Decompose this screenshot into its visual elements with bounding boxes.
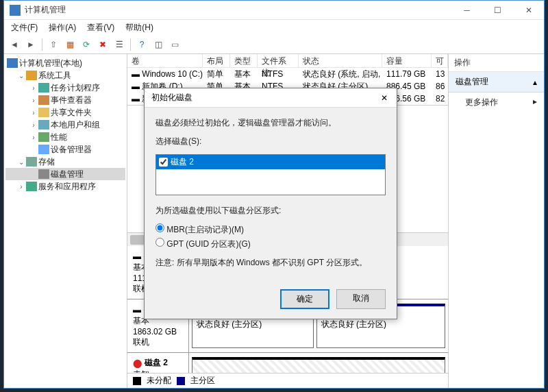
partition-style-label: 为所选磁盘使用以下磁盘分区形式: [155, 205, 386, 217]
partition-unallocated[interactable] [192, 357, 445, 373]
maximize-button[interactable]: ☐ [482, 1, 513, 20]
watermark-text: 什么值得买 [495, 369, 536, 380]
menu-action[interactable]: 操作(A) [43, 21, 82, 35]
separator [130, 38, 131, 51]
dialog-title: 初始化磁盘 [151, 92, 192, 103]
tree-systools[interactable]: ⌄系统工具 [5, 69, 125, 82]
actions-section[interactable]: 磁盘管理▴ [449, 72, 544, 93]
tree-shared[interactable]: ›共享文件夹 [5, 106, 125, 119]
tree-perf[interactable]: ›性能 [5, 131, 125, 143]
volume-row[interactable]: ▬ Windows 10 (C:)简单基本NTFS状态良好 (系统, 启动, 页… [127, 68, 448, 80]
tree-storage[interactable]: ⌄存储 [5, 156, 125, 168]
properties-icon[interactable]: ▦ [62, 37, 77, 52]
col-layout[interactable]: 布局 [203, 54, 230, 67]
back-icon[interactable]: ◄ [7, 37, 22, 52]
chevron-right-icon: ▸ [533, 97, 537, 108]
refresh-icon[interactable]: ⟳ [79, 37, 94, 52]
tree-scheduler[interactable]: ›任务计划程序 [5, 82, 125, 94]
disk-list-item[interactable]: 磁盘 2 [156, 155, 385, 169]
menu-view[interactable]: 查看(V) [82, 21, 120, 35]
watermark: 值 什么值得买 [471, 365, 536, 384]
partition-style-radios: MBR(主启动记录)(M) GPT (GUID 分区表)(G) [155, 223, 386, 250]
app-icon [10, 5, 21, 16]
tree-users[interactable]: ›本地用户和组 [5, 119, 125, 131]
disk-select-list[interactable]: 磁盘 2 [155, 154, 386, 195]
col-volume[interactable]: 卷 [127, 54, 203, 67]
col-fs[interactable]: 文件系统 [258, 54, 299, 67]
export-icon[interactable]: ☰ [112, 37, 127, 52]
window-title: 计算机管理 [25, 4, 451, 16]
disk-info: ⬤磁盘 2 未知 [127, 353, 189, 373]
tree-diskmgmt[interactable]: 磁盘管理 [5, 168, 125, 180]
toolbar: ◄ ► ⇧ ▦ ⟳ ✖ ☰ ? ◫ ▭ [4, 35, 544, 54]
col-free[interactable]: 可 [432, 54, 448, 67]
disk-warn-icon: ⬤ [133, 358, 142, 368]
disk-row-2[interactable]: ⬤磁盘 2 未知 [127, 353, 448, 373]
nav-tree: 计算机管理(本地) ⌄系统工具 ›任务计划程序 ›事件查看器 ›共享文件夹 ›本… [4, 54, 127, 388]
legend-unalloc-icon [133, 377, 141, 385]
tree-eventviewer[interactable]: ›事件查看器 [5, 94, 125, 106]
disk-icon: ▬ [133, 305, 141, 315]
minimize-button[interactable]: ─ [451, 1, 482, 20]
delete-icon[interactable]: ✖ [95, 37, 110, 52]
window-controls: ─ ☐ ✕ [451, 1, 544, 20]
view-bottom-icon[interactable]: ▭ [167, 37, 182, 52]
help-icon[interactable]: ? [134, 37, 149, 52]
forward-icon[interactable]: ► [23, 37, 38, 52]
radio-mbr[interactable]: MBR(主启动记录)(M) [155, 223, 386, 236]
select-disk-label: 选择磁盘(S): [155, 136, 386, 147]
menu-file[interactable]: 文件(F) [5, 21, 43, 35]
col-status[interactable]: 状态 [299, 54, 382, 67]
tree-root[interactable]: 计算机管理(本地) [5, 57, 125, 69]
actions-pane: 操作 磁盘管理▴ 更多操作▸ [448, 54, 544, 388]
disk-icon: ▬ [133, 252, 141, 261]
up-icon[interactable]: ⇧ [46, 37, 61, 52]
cancel-button[interactable]: 取消 [336, 289, 386, 309]
actions-header: 操作 [449, 54, 544, 72]
dialog-buttons: 确定 取消 [145, 282, 397, 319]
radio-gpt[interactable]: GPT (GUID 分区表)(G) [155, 238, 386, 250]
watermark-icon: 值 [471, 365, 490, 384]
dialog-message: 磁盘必须经过初始化，逻辑磁盘管理器才能访问。 [155, 117, 386, 129]
ok-button[interactable]: 确定 [280, 289, 329, 309]
tree-services[interactable]: ›服务和应用程序 [5, 180, 125, 193]
volume-header: 卷 布局 类型 文件系统 状态 容量 可 [127, 54, 448, 68]
dialog-body: 磁盘必须经过初始化，逻辑磁盘管理器才能访问。 选择磁盘(S): 磁盘 2 为所选… [145, 108, 397, 282]
dialog-titlebar: 初始化磁盘 ✕ [145, 88, 397, 108]
actions-more[interactable]: 更多操作▸ [449, 93, 544, 112]
dialog-note: 注意: 所有早期版本的 Windows 都不识别 GPT 分区形式。 [155, 257, 386, 269]
init-disk-dialog: 初始化磁盘 ✕ 磁盘必须经过初始化，逻辑磁盘管理器才能访问。 选择磁盘(S): … [144, 88, 397, 319]
view-top-icon[interactable]: ◫ [151, 37, 166, 52]
separator [42, 38, 42, 51]
titlebar: 计算机管理 ─ ☐ ✕ [4, 1, 544, 20]
collapse-icon: ▴ [533, 77, 537, 87]
disk-checkbox[interactable] [159, 158, 168, 167]
col-type[interactable]: 类型 [230, 54, 258, 67]
legend-primary-icon [177, 377, 185, 385]
menu-help[interactable]: 帮助(H) [120, 21, 159, 35]
legend: 未分配 主分区 [127, 373, 448, 388]
menubar: 文件(F) 操作(A) 查看(V) 帮助(H) [4, 20, 544, 35]
dialog-close-button[interactable]: ✕ [375, 90, 394, 106]
close-button[interactable]: ✕ [513, 1, 544, 20]
disk-partitions [189, 353, 448, 373]
col-capacity[interactable]: 容量 [382, 54, 432, 67]
tree-devmgr[interactable]: 设备管理器 [5, 143, 125, 156]
